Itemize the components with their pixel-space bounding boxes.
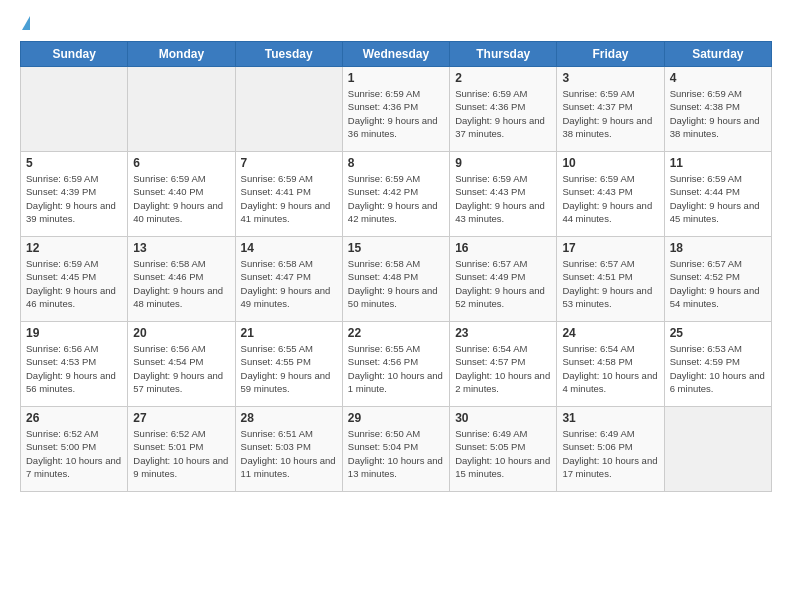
calendar-cell: 15Sunrise: 6:58 AM Sunset: 4:48 PM Dayli…	[342, 237, 449, 322]
calendar-cell: 3Sunrise: 6:59 AM Sunset: 4:37 PM Daylig…	[557, 67, 664, 152]
day-number: 26	[26, 411, 122, 425]
calendar-cell: 4Sunrise: 6:59 AM Sunset: 4:38 PM Daylig…	[664, 67, 771, 152]
calendar-cell: 23Sunrise: 6:54 AM Sunset: 4:57 PM Dayli…	[450, 322, 557, 407]
day-info: Sunrise: 6:55 AM Sunset: 4:55 PM Dayligh…	[241, 342, 337, 395]
day-number: 22	[348, 326, 444, 340]
calendar-cell	[128, 67, 235, 152]
weekday-friday: Friday	[557, 42, 664, 67]
calendar-cell: 13Sunrise: 6:58 AM Sunset: 4:46 PM Dayli…	[128, 237, 235, 322]
week-row-4: 19Sunrise: 6:56 AM Sunset: 4:53 PM Dayli…	[21, 322, 772, 407]
day-info: Sunrise: 6:56 AM Sunset: 4:53 PM Dayligh…	[26, 342, 122, 395]
week-row-1: 1Sunrise: 6:59 AM Sunset: 4:36 PM Daylig…	[21, 67, 772, 152]
day-number: 14	[241, 241, 337, 255]
day-number: 9	[455, 156, 551, 170]
calendar-cell: 27Sunrise: 6:52 AM Sunset: 5:01 PM Dayli…	[128, 407, 235, 492]
weekday-monday: Monday	[128, 42, 235, 67]
day-number: 6	[133, 156, 229, 170]
day-info: Sunrise: 6:59 AM Sunset: 4:38 PM Dayligh…	[670, 87, 766, 140]
day-info: Sunrise: 6:58 AM Sunset: 4:47 PM Dayligh…	[241, 257, 337, 310]
day-info: Sunrise: 6:59 AM Sunset: 4:42 PM Dayligh…	[348, 172, 444, 225]
weekday-sunday: Sunday	[21, 42, 128, 67]
day-number: 30	[455, 411, 551, 425]
day-number: 4	[670, 71, 766, 85]
calendar-cell	[235, 67, 342, 152]
day-number: 29	[348, 411, 444, 425]
logo	[20, 16, 30, 31]
day-info: Sunrise: 6:49 AM Sunset: 5:05 PM Dayligh…	[455, 427, 551, 480]
day-number: 18	[670, 241, 766, 255]
day-info: Sunrise: 6:58 AM Sunset: 4:48 PM Dayligh…	[348, 257, 444, 310]
calendar-cell: 12Sunrise: 6:59 AM Sunset: 4:45 PM Dayli…	[21, 237, 128, 322]
day-number: 31	[562, 411, 658, 425]
day-number: 2	[455, 71, 551, 85]
calendar-cell: 25Sunrise: 6:53 AM Sunset: 4:59 PM Dayli…	[664, 322, 771, 407]
day-number: 11	[670, 156, 766, 170]
week-row-2: 5Sunrise: 6:59 AM Sunset: 4:39 PM Daylig…	[21, 152, 772, 237]
day-info: Sunrise: 6:59 AM Sunset: 4:36 PM Dayligh…	[455, 87, 551, 140]
day-info: Sunrise: 6:50 AM Sunset: 5:04 PM Dayligh…	[348, 427, 444, 480]
day-number: 10	[562, 156, 658, 170]
day-info: Sunrise: 6:51 AM Sunset: 5:03 PM Dayligh…	[241, 427, 337, 480]
calendar-cell: 8Sunrise: 6:59 AM Sunset: 4:42 PM Daylig…	[342, 152, 449, 237]
day-info: Sunrise: 6:49 AM Sunset: 5:06 PM Dayligh…	[562, 427, 658, 480]
calendar-cell: 22Sunrise: 6:55 AM Sunset: 4:56 PM Dayli…	[342, 322, 449, 407]
calendar-cell: 17Sunrise: 6:57 AM Sunset: 4:51 PM Dayli…	[557, 237, 664, 322]
calendar-cell: 29Sunrise: 6:50 AM Sunset: 5:04 PM Dayli…	[342, 407, 449, 492]
day-number: 21	[241, 326, 337, 340]
day-number: 23	[455, 326, 551, 340]
day-info: Sunrise: 6:54 AM Sunset: 4:58 PM Dayligh…	[562, 342, 658, 395]
day-number: 24	[562, 326, 658, 340]
calendar-cell: 30Sunrise: 6:49 AM Sunset: 5:05 PM Dayli…	[450, 407, 557, 492]
calendar-cell	[664, 407, 771, 492]
calendar-cell: 9Sunrise: 6:59 AM Sunset: 4:43 PM Daylig…	[450, 152, 557, 237]
calendar-cell: 21Sunrise: 6:55 AM Sunset: 4:55 PM Dayli…	[235, 322, 342, 407]
calendar-cell: 24Sunrise: 6:54 AM Sunset: 4:58 PM Dayli…	[557, 322, 664, 407]
day-info: Sunrise: 6:59 AM Sunset: 4:45 PM Dayligh…	[26, 257, 122, 310]
day-info: Sunrise: 6:52 AM Sunset: 5:00 PM Dayligh…	[26, 427, 122, 480]
day-info: Sunrise: 6:53 AM Sunset: 4:59 PM Dayligh…	[670, 342, 766, 395]
day-info: Sunrise: 6:59 AM Sunset: 4:43 PM Dayligh…	[455, 172, 551, 225]
header	[20, 16, 772, 31]
weekday-wednesday: Wednesday	[342, 42, 449, 67]
calendar-cell: 5Sunrise: 6:59 AM Sunset: 4:39 PM Daylig…	[21, 152, 128, 237]
day-info: Sunrise: 6:59 AM Sunset: 4:44 PM Dayligh…	[670, 172, 766, 225]
day-number: 27	[133, 411, 229, 425]
calendar-cell: 16Sunrise: 6:57 AM Sunset: 4:49 PM Dayli…	[450, 237, 557, 322]
calendar-cell: 6Sunrise: 6:59 AM Sunset: 4:40 PM Daylig…	[128, 152, 235, 237]
day-number: 5	[26, 156, 122, 170]
calendar-cell: 2Sunrise: 6:59 AM Sunset: 4:36 PM Daylig…	[450, 67, 557, 152]
weekday-thursday: Thursday	[450, 42, 557, 67]
day-number: 17	[562, 241, 658, 255]
calendar-cell: 7Sunrise: 6:59 AM Sunset: 4:41 PM Daylig…	[235, 152, 342, 237]
calendar-cell: 28Sunrise: 6:51 AM Sunset: 5:03 PM Dayli…	[235, 407, 342, 492]
calendar-cell: 14Sunrise: 6:58 AM Sunset: 4:47 PM Dayli…	[235, 237, 342, 322]
day-info: Sunrise: 6:59 AM Sunset: 4:40 PM Dayligh…	[133, 172, 229, 225]
day-number: 20	[133, 326, 229, 340]
weekday-saturday: Saturday	[664, 42, 771, 67]
day-info: Sunrise: 6:59 AM Sunset: 4:43 PM Dayligh…	[562, 172, 658, 225]
day-info: Sunrise: 6:57 AM Sunset: 4:49 PM Dayligh…	[455, 257, 551, 310]
calendar-cell: 19Sunrise: 6:56 AM Sunset: 4:53 PM Dayli…	[21, 322, 128, 407]
day-number: 13	[133, 241, 229, 255]
calendar-cell: 18Sunrise: 6:57 AM Sunset: 4:52 PM Dayli…	[664, 237, 771, 322]
day-info: Sunrise: 6:59 AM Sunset: 4:41 PM Dayligh…	[241, 172, 337, 225]
week-row-3: 12Sunrise: 6:59 AM Sunset: 4:45 PM Dayli…	[21, 237, 772, 322]
page: SundayMondayTuesdayWednesdayThursdayFrid…	[0, 0, 792, 612]
day-number: 19	[26, 326, 122, 340]
calendar-cell	[21, 67, 128, 152]
day-info: Sunrise: 6:57 AM Sunset: 4:51 PM Dayligh…	[562, 257, 658, 310]
logo-text	[20, 16, 30, 31]
day-number: 25	[670, 326, 766, 340]
day-number: 15	[348, 241, 444, 255]
day-number: 8	[348, 156, 444, 170]
day-number: 12	[26, 241, 122, 255]
day-info: Sunrise: 6:55 AM Sunset: 4:56 PM Dayligh…	[348, 342, 444, 395]
day-number: 16	[455, 241, 551, 255]
weekday-header-row: SundayMondayTuesdayWednesdayThursdayFrid…	[21, 42, 772, 67]
week-row-5: 26Sunrise: 6:52 AM Sunset: 5:00 PM Dayli…	[21, 407, 772, 492]
calendar-cell: 1Sunrise: 6:59 AM Sunset: 4:36 PM Daylig…	[342, 67, 449, 152]
day-info: Sunrise: 6:59 AM Sunset: 4:39 PM Dayligh…	[26, 172, 122, 225]
day-info: Sunrise: 6:52 AM Sunset: 5:01 PM Dayligh…	[133, 427, 229, 480]
day-info: Sunrise: 6:57 AM Sunset: 4:52 PM Dayligh…	[670, 257, 766, 310]
day-number: 1	[348, 71, 444, 85]
